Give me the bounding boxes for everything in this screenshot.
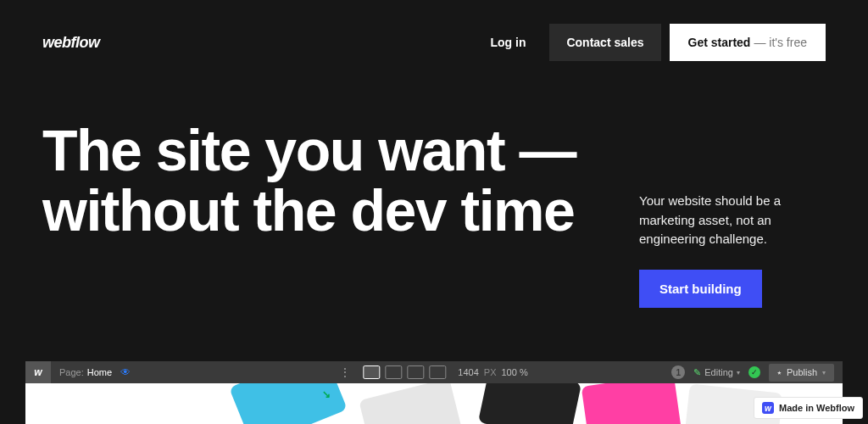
card-graphic: [478, 383, 581, 424]
pencil-icon: ✎: [693, 367, 701, 378]
get-started-button[interactable]: Get started — it's free: [670, 24, 826, 61]
canvas-width-unit: PX: [484, 367, 497, 377]
card-graphic: [581, 383, 682, 424]
made-in-webflow-badge[interactable]: w Made in Webflow: [754, 397, 863, 419]
mode-switch[interactable]: ✎ Editing ▾: [693, 367, 740, 378]
editor-canvas: ↘: [25, 383, 843, 424]
editor-toolbar: w Page: Home 👁 ⋮ 1404 PX 100 %: [25, 361, 843, 383]
arrow-glyph: ↘: [322, 388, 331, 400]
top-nav: Log in Contact sales Get started — it's …: [475, 24, 826, 61]
device-laptop-icon[interactable]: [385, 365, 402, 379]
rocket-icon: ⭑: [777, 367, 782, 378]
mode-label: Editing: [704, 367, 733, 377]
get-started-suffix: — it's free: [754, 36, 807, 49]
more-icon[interactable]: ⋮: [340, 366, 351, 378]
get-started-label: Get started: [688, 36, 751, 49]
start-building-button[interactable]: Start building: [639, 270, 762, 308]
device-tablet-icon[interactable]: [407, 365, 424, 379]
login-link[interactable]: Log in: [475, 24, 541, 61]
hero-title: The site you want — without the dev time: [42, 120, 605, 240]
publish-label: Publish: [787, 367, 817, 377]
canvas-width-value: 1404: [458, 367, 478, 377]
publish-button[interactable]: ⭑ Publish ▾: [769, 364, 834, 382]
chevron-down-icon: ▾: [822, 369, 826, 377]
card-graphic: [359, 383, 464, 424]
history-count-badge[interactable]: 1: [671, 365, 685, 379]
canvas-zoom: 100 %: [501, 367, 527, 377]
canvas-dimensions: 1404 PX 100 %: [458, 367, 527, 377]
page-name: Home: [87, 367, 112, 377]
page-selector[interactable]: Page: Home: [59, 367, 112, 377]
hero-subtitle: Your website should be a marketing asset…: [639, 192, 826, 249]
device-mobile-icon[interactable]: [429, 365, 446, 379]
logo[interactable]: webflow: [42, 34, 100, 52]
page-label: Page:: [59, 367, 84, 377]
preview-eye-icon[interactable]: 👁: [120, 366, 131, 378]
contact-sales-button[interactable]: Contact sales: [549, 24, 660, 61]
editor-preview: w Page: Home 👁 ⋮ 1404 PX 100 %: [25, 361, 843, 424]
editor-logo-icon[interactable]: w: [25, 361, 51, 383]
device-desktop-icon[interactable]: [363, 365, 380, 379]
chevron-down-icon: ▾: [737, 369, 740, 377]
badge-label: Made in Webflow: [779, 403, 854, 413]
webflow-mark-icon: w: [762, 402, 774, 414]
status-ok-icon[interactable]: ✓: [748, 366, 760, 378]
